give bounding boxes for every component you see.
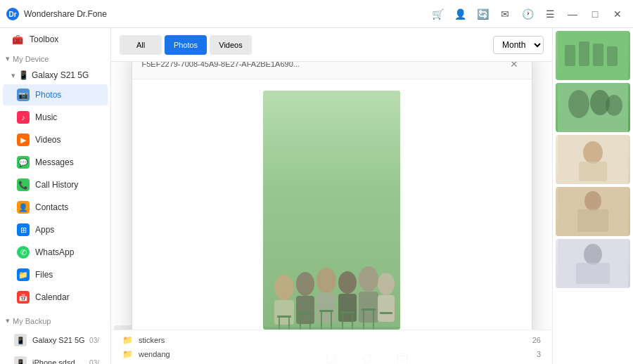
sidebar-item-apps[interactable]: ⊞ Apps: [3, 219, 108, 240]
cart-icon[interactable]: 🛒: [428, 4, 447, 24]
sidebar-item-files[interactable]: 📁 Files: [3, 264, 108, 285]
sidebar-item-contacts[interactable]: 👤 Contacts: [3, 197, 108, 218]
backup-device-galaxy[interactable]: 📱 Galaxy S21 5G 03/: [3, 330, 108, 351]
svg-rect-58: [576, 263, 610, 284]
menu-icon[interactable]: ☰: [540, 4, 560, 24]
svg-point-3: [296, 272, 314, 296]
main-layout: 🧰 Toolbox ▾ My Device ▾ 📱 Galaxy S21 5G …: [0, 28, 633, 364]
toolbox-icon: 🧰: [11, 33, 24, 46]
album-row-wendang[interactable]: 📁 wendang 3: [120, 347, 544, 361]
modal-overlay: F5EF2279-7008-45A9-8E27-AFA2BE1A690... ✕: [111, 62, 552, 364]
svg-point-51: [583, 141, 603, 164]
device-name: 📱 Galaxy S21 5G: [18, 70, 89, 80]
history-icon[interactable]: 🕐: [518, 4, 537, 24]
svg-rect-12: [359, 292, 378, 323]
right-thumb-5[interactable]: [556, 239, 630, 288]
svg-rect-44: [593, 44, 603, 66]
refresh-icon[interactable]: 🔄: [473, 4, 492, 24]
svg-rect-11: [338, 294, 357, 322]
sidebar: 🧰 Toolbox ▾ My Device ▾ 📱 Galaxy S21 5G …: [0, 28, 111, 364]
content-header: All Photos Videos Month Day Year: [111, 28, 552, 62]
files-icon: 📁: [17, 268, 30, 281]
sidebar-item-music[interactable]: ♪ Music: [3, 107, 108, 128]
svg-rect-8: [274, 300, 294, 325]
files-label: Files: [35, 270, 53, 280]
svg-text:Dr: Dr: [8, 11, 16, 18]
mail-icon[interactable]: ✉: [495, 4, 515, 24]
device-name-section[interactable]: ▾ 📱 Galaxy S21 5G: [0, 67, 110, 84]
svg-rect-28: [363, 311, 364, 330]
svg-rect-19: [380, 312, 392, 314]
phone-icon: 📱: [18, 70, 29, 80]
call-history-icon: 📞: [17, 178, 30, 191]
svg-rect-52: [579, 162, 607, 181]
svg-rect-55: [577, 209, 608, 232]
modal-image: [263, 91, 400, 330]
backup-label: My Backup: [13, 317, 51, 325]
maximize-button[interactable]: □: [585, 4, 605, 24]
backup-galaxy-date: 03/: [89, 337, 99, 344]
app-title: Wondershare Dr.Fone: [24, 9, 428, 19]
svg-rect-9: [296, 296, 314, 324]
album-list: 📁 stickers 26 📁 wendang 3: [111, 330, 552, 364]
tab-photos[interactable]: Photos: [165, 35, 207, 55]
tab-all[interactable]: All: [120, 35, 162, 55]
content-area: All Photos Videos Month Day Year: [111, 28, 552, 364]
contacts-label: Contacts: [35, 202, 68, 212]
right-thumb-4[interactable]: [556, 187, 630, 236]
close-button[interactable]: ✕: [608, 4, 627, 24]
user-icon[interactable]: 👤: [450, 4, 470, 24]
sidebar-item-calendar[interactable]: 📅 Calendar: [3, 287, 108, 308]
backup-device-iphone-sdsd[interactable]: 📱 iPhone sdsd 03/: [3, 352, 108, 364]
right-panel: [552, 28, 633, 364]
sidebar-item-toolbox[interactable]: 🧰 Toolbox: [3, 29, 108, 50]
svg-point-57: [584, 244, 602, 265]
svg-rect-15: [298, 313, 312, 315]
title-bar: Dr Wondershare Dr.Fone 🛒 👤 🔄 ✉ 🕐 ☰ — □ ✕: [0, 0, 633, 28]
photo-content: F5EF2279-7008-45A9-8E27-AFA2BE1A690... ✕: [111, 62, 552, 364]
svg-point-6: [359, 266, 378, 292]
minimize-button[interactable]: —: [563, 4, 582, 24]
music-icon: ♪: [17, 111, 30, 124]
tab-videos[interactable]: Videos: [210, 35, 252, 55]
tab-bar: All Photos Videos: [120, 35, 252, 55]
svg-rect-42: [565, 45, 575, 66]
svg-point-49: [606, 95, 622, 116]
right-thumb-2[interactable]: [556, 83, 630, 132]
right-thumb-3[interactable]: [556, 135, 630, 184]
my-device-arrow: ▾: [6, 54, 10, 63]
album-folder-icon: 📁: [122, 335, 133, 345]
month-select[interactable]: Month Day Year: [493, 36, 544, 54]
calendar-label: Calendar: [35, 292, 70, 302]
sidebar-item-call-history[interactable]: 📞 Call History: [3, 174, 108, 195]
photos-label: Photos: [35, 90, 61, 100]
videos-icon: ▶: [17, 134, 30, 146]
sidebar-item-photos[interactable]: 📷 Photos: [3, 84, 108, 105]
sidebar-item-whatsapp[interactable]: ✆ WhatsApp: [3, 242, 108, 263]
sidebar-item-videos[interactable]: ▶ Videos: [3, 129, 108, 150]
call-history-label: Call History: [35, 180, 78, 190]
svg-point-2: [274, 275, 294, 300]
svg-rect-14: [277, 316, 291, 318]
backup-galaxy-icon: 📱: [14, 334, 27, 346]
album-name-wendang: wendang: [139, 350, 170, 358]
window-controls: 🛒 👤 🔄 ✉ 🕐 ☰ — □ ✕: [428, 4, 627, 24]
album-name-stickers: stickers: [139, 336, 165, 344]
svg-point-54: [584, 191, 601, 211]
backup-iphone-sdsd-icon: 📱: [14, 356, 27, 364]
music-label: Music: [35, 112, 57, 122]
backup-iphone-sdsd-date: 03/: [89, 359, 99, 365]
svg-rect-18: [362, 308, 376, 311]
album-row-stickers[interactable]: 📁 stickers 26: [120, 333, 544, 347]
whatsapp-label: WhatsApp: [35, 247, 74, 257]
sidebar-item-messages[interactable]: 💬 Messages: [3, 152, 108, 173]
modal-body: [132, 79, 532, 341]
my-device-section[interactable]: ▾ My Device: [0, 51, 110, 67]
svg-point-5: [338, 271, 357, 294]
right-thumb-1[interactable]: [556, 31, 630, 80]
backup-arrow: ▾: [6, 316, 10, 325]
my-device-label: My Device: [13, 55, 49, 63]
modal-close-button[interactable]: ✕: [506, 62, 522, 72]
my-backup-section[interactable]: ▾ My Backup: [0, 313, 110, 329]
app-logo: Dr: [6, 7, 20, 21]
